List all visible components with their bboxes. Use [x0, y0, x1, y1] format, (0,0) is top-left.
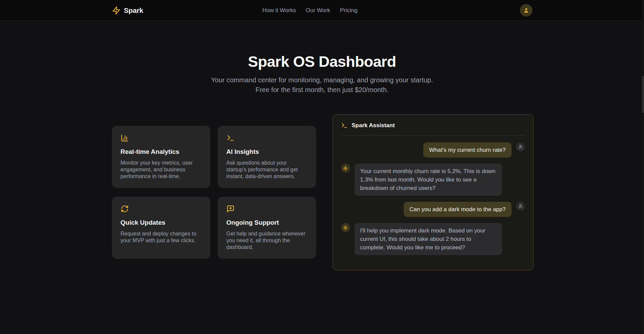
assistant-panel-header: Spark Assistant: [341, 122, 525, 129]
feature-description: Monitor your key metrics, user engagemen…: [121, 160, 202, 180]
user-avatar-button[interactable]: [520, 4, 532, 17]
person-icon: [523, 7, 529, 13]
chart-column-icon: [121, 134, 202, 142]
top-navbar: Spark How it Works Our Work Pricing: [0, 0, 644, 21]
feature-card-realtime-analytics: Real-time Analytics Monitor your key met…: [112, 126, 210, 188]
chat-message-assistant: I'll help you implement dark mode. Based…: [341, 223, 525, 255]
feature-card-ai-insights: AI Insights Ask questions about your sta…: [218, 126, 316, 188]
main-content: Real-time Analytics Monitor your key met…: [112, 114, 532, 270]
user-avatar: [516, 142, 525, 151]
message-square-plus-icon: [226, 205, 307, 213]
feature-description: Ask questions about your startup's perfo…: [226, 160, 307, 180]
feature-title: Ongoing Support: [226, 219, 307, 226]
terminal-icon: [226, 134, 307, 142]
feature-description: Get help and guidance whenever you need …: [226, 230, 307, 251]
page-subtitle: Your command center for monitoring, mana…: [206, 75, 438, 95]
spark-assistant-panel: Spark Assistant What's my current churn …: [333, 114, 533, 270]
hero-section: Spark OS Dashboard Your command center f…: [0, 21, 644, 95]
feature-title: Real-time Analytics: [121, 148, 202, 156]
nav-links: How it Works Our Work Pricing: [262, 7, 357, 14]
chat-message-user: Can you add a dark mode to the app?: [341, 202, 525, 217]
assistant-avatar-zap-icon: [341, 223, 350, 232]
vertical-scrollbar[interactable]: [642, 0, 644, 334]
user-message-bubble: Can you add a dark mode to the app?: [404, 202, 511, 217]
navbar-container: Spark How it Works Our Work Pricing: [112, 0, 532, 21]
feature-description: Request and deploy changes to your MVP w…: [121, 230, 202, 244]
chat-message-user: What's my current churn rate?: [341, 142, 525, 158]
feature-title: AI Insights: [226, 148, 307, 156]
feature-title: Quick Updates: [121, 219, 202, 226]
feature-card-ongoing-support: Ongoing Support Get help and guidance wh…: [218, 197, 316, 259]
feature-card-quick-updates: Quick Updates Request and deploy changes…: [112, 197, 210, 259]
assistant-message-bubble: I'll help you implement dark mode. Based…: [355, 223, 502, 255]
assistant-avatar-zap-icon: [341, 164, 350, 173]
brand-name: Spark: [124, 6, 143, 15]
nav-link-how-it-works[interactable]: How it Works: [262, 7, 296, 14]
chat-messages: What's my current churn rate? Your curre…: [341, 142, 525, 255]
assistant-message-bubble: Your current monthly churn rate is 5.2%.…: [355, 164, 502, 196]
nav-link-our-work[interactable]: Our Work: [306, 7, 330, 14]
brand-logo[interactable]: Spark: [112, 6, 143, 15]
features-grid: Real-time Analytics Monitor your key met…: [112, 126, 316, 259]
zap-icon: [112, 6, 121, 15]
page-title: Spark OS Dashboard: [0, 54, 644, 70]
user-avatar: [516, 202, 525, 211]
nav-link-pricing[interactable]: Pricing: [340, 7, 358, 14]
assistant-panel-title: Spark Assistant: [352, 122, 395, 129]
chat-message-assistant: Your current monthly churn rate is 5.2%.…: [341, 164, 525, 196]
panel-divider: [341, 135, 525, 136]
refresh-icon: [121, 205, 202, 213]
user-message-bubble: What's my current churn rate?: [423, 142, 511, 158]
terminal-icon: [341, 122, 348, 129]
scrollbar-thumb[interactable]: [642, 76, 644, 113]
